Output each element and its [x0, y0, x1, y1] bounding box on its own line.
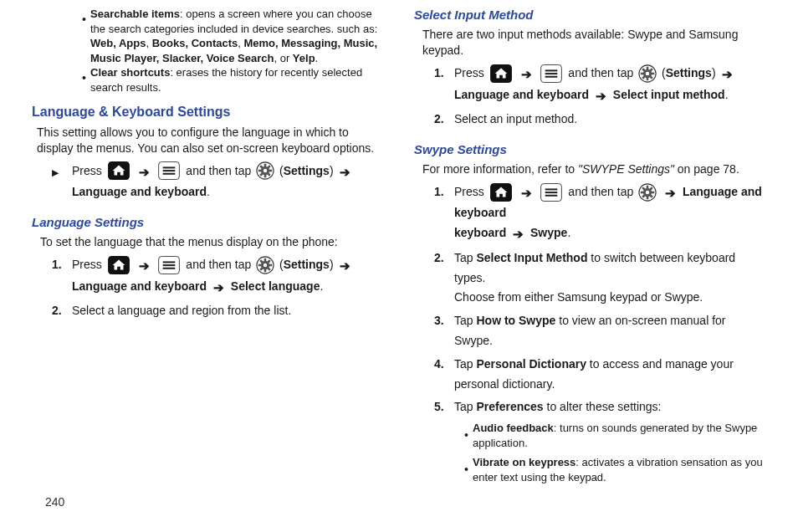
bullet-icon	[82, 12, 90, 28]
arrow-icon: ➔	[521, 64, 532, 85]
arrow-icon: ➔	[213, 277, 224, 299]
step-number: 3.	[434, 311, 454, 331]
step-number: 1.	[52, 255, 72, 275]
bullet-lead: Clear shortcuts	[90, 66, 170, 79]
step-number: 4.	[434, 355, 454, 375]
arrow-icon: ➔	[340, 161, 350, 183]
step-body: Press ➔ and then tap (Settings) ➔ Langua…	[72, 255, 384, 298]
bullet-text: Clear shortcuts: erases the history for …	[90, 65, 384, 95]
swype-step-1: 1. Press ➔ and then tap ➔ Language and k…	[434, 182, 766, 245]
step-body: Select an input method.	[454, 110, 766, 130]
step-number: 2.	[434, 248, 454, 269]
menu-icon	[157, 161, 181, 180]
bullet-clear-shortcuts: Clear shortcuts: erases the history for …	[82, 65, 384, 95]
bullet-icon	[464, 426, 473, 446]
triangle-marker-icon	[52, 163, 72, 182]
input-method-steps: 1. Press ➔ and then tap (Settings) ➔ Lan…	[414, 64, 766, 130]
step-number: 5.	[434, 397, 454, 417]
menu-icon	[540, 183, 563, 202]
cross-reference: "SWYPE Settings"	[578, 162, 674, 176]
gear-icon	[638, 64, 657, 83]
arrow-icon: ➔	[139, 161, 150, 183]
swype-step-4: 4. Tap Personal Dictionary to access and…	[434, 355, 766, 395]
bullet-icon	[464, 460, 473, 480]
step-number: 2.	[52, 301, 72, 321]
pref-audio-feedback: Audio feedback: turns on sounds generate…	[464, 421, 766, 450]
section-intro: This setting allows you to configure the…	[37, 125, 384, 156]
home-icon	[489, 64, 513, 83]
im-step-2: 2. Select an input method.	[434, 110, 766, 130]
arrow-icon: ➔	[665, 182, 676, 204]
section-heading-language-keyboard: Language & Keyboard Settings	[32, 103, 384, 121]
subheading-select-input-method: Select Input Method	[414, 7, 766, 23]
step-number: 2.	[434, 110, 454, 130]
bullet-text: Vibrate on keypress: activates a vibrati…	[473, 455, 766, 484]
sub-intro: There are two input methods available: S…	[422, 27, 766, 59]
im-step-1: 1. Press ➔ and then tap (Settings) ➔ Lan…	[434, 64, 766, 106]
top-bullets: Searchable items: opens a screen where y…	[82, 7, 384, 95]
lang-step-1: 1. Press ➔ and then tap (Settings) ➔ Lan…	[52, 255, 384, 298]
arrow-icon: ➔	[513, 223, 524, 245]
swype-step-3: 3. Tap How to Swype to view an on-screen…	[434, 311, 766, 351]
home-icon	[107, 256, 130, 274]
preferences-bullets: Audio feedback: turns on sounds generate…	[454, 421, 766, 484]
step-number: 1.	[434, 64, 454, 84]
home-icon	[107, 161, 130, 180]
step-body: Press ➔ and then tap (Settings) ➔ Langua…	[72, 161, 384, 202]
bullet-text: Searchable items: opens a screen where y…	[90, 7, 384, 65]
arrow-icon: ➔	[139, 255, 150, 277]
step-press-settings: Press ➔ and then tap (Settings) ➔ Langua…	[52, 161, 384, 202]
step-body: Tap How to Swype to view an on-screen ma…	[454, 311, 766, 351]
gear-icon	[638, 183, 657, 202]
step-number: 1.	[434, 182, 454, 202]
left-column: Searchable items: opens a screen where y…	[32, 7, 384, 532]
subheading-swype-settings: Swype Settings	[414, 141, 766, 158]
step-body: Press ➔ and then tap (Settings) ➔ Langua…	[454, 64, 766, 106]
page-number: 240	[45, 495, 64, 509]
sub-intro: For more information, refer to "SWYPE Se…	[422, 161, 766, 177]
step-body: Press ➔ and then tap ➔ Language and keyb…	[454, 182, 766, 245]
arrow-icon: ➔	[596, 85, 606, 107]
gear-icon	[256, 161, 274, 180]
swype-step-2: 2. Tap Select Input Method to switch bet…	[434, 248, 766, 308]
bullet-text: Audio feedback: turns on sounds generate…	[473, 421, 766, 450]
sub-intro: To set the language that the menus displ…	[40, 234, 384, 250]
swype-step-5: 5. Tap Preferences to alter these settin…	[434, 397, 766, 489]
lang-step-2: 2. Select a language and region from the…	[52, 301, 384, 321]
subheading-language-settings: Language Settings	[32, 214, 384, 231]
arrow-icon: ➔	[340, 255, 350, 277]
arrow-icon: ➔	[521, 182, 532, 204]
bullet-lead: Searchable items	[90, 8, 180, 20]
bullet-icon	[82, 70, 90, 86]
main-steps: Press ➔ and then tap (Settings) ➔ Langua…	[32, 161, 384, 202]
pref-vibrate: Vibrate on keypress: activates a vibrati…	[464, 455, 766, 484]
step-body: Select a language and region from the li…	[72, 301, 384, 321]
gear-icon	[256, 256, 274, 274]
home-icon	[489, 183, 513, 202]
arrow-icon: ➔	[722, 64, 733, 85]
step-body: Tap Select Input Method to switch betwee…	[454, 248, 766, 308]
swype-steps: 1. Press ➔ and then tap ➔ Language and k…	[414, 182, 766, 489]
menu-icon	[540, 64, 563, 83]
step-body: Tap Preferences to alter these settings:…	[454, 397, 766, 489]
step-body: Tap Personal Dictionary to access and ma…	[454, 355, 766, 395]
menu-icon	[157, 256, 181, 274]
right-column: Select Input Method There are two input …	[414, 7, 766, 532]
language-steps: 1. Press ➔ and then tap (Settings) ➔ Lan…	[32, 255, 384, 321]
bullet-searchable-items: Searchable items: opens a screen where y…	[82, 7, 384, 65]
